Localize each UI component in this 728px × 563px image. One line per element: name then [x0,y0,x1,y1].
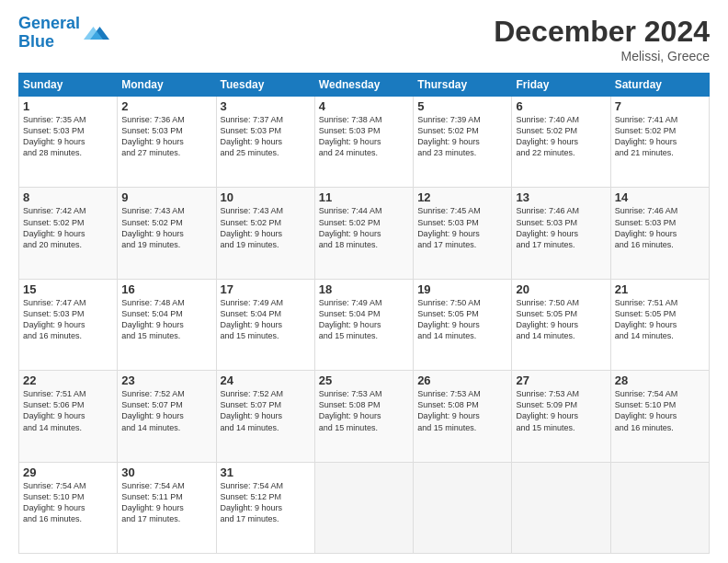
calendar-cell: 3Sunrise: 7:37 AMSunset: 5:03 PMDaylight… [216,97,314,188]
week-row-1: 1Sunrise: 7:35 AMSunset: 5:03 PMDaylight… [19,97,710,188]
cell-info: Sunrise: 7:45 AMSunset: 5:03 PMDaylight:… [417,205,507,250]
day-number: 4 [319,99,409,113]
day-number: 3 [221,99,311,113]
calendar-cell: 19Sunrise: 7:50 AMSunset: 5:05 PMDayligh… [414,279,512,370]
cell-info: Sunrise: 7:52 AMSunset: 5:07 PMDaylight:… [221,388,311,433]
calendar-cell: 24Sunrise: 7:52 AMSunset: 5:07 PMDayligh… [216,371,314,462]
title-block: December 2024 Melissi, Greece [494,15,710,63]
logo-icon [84,20,109,46]
day-number: 16 [121,282,211,296]
day-number: 18 [319,282,409,296]
cell-info: Sunrise: 7:50 AMSunset: 5:05 PMDaylight:… [417,297,507,342]
calendar-cell: 21Sunrise: 7:51 AMSunset: 5:05 PMDayligh… [610,279,709,370]
calendar-cell: 18Sunrise: 7:49 AMSunset: 5:04 PMDayligh… [314,279,413,370]
calendar-cell: 7Sunrise: 7:41 AMSunset: 5:02 PMDaylight… [610,97,709,188]
day-number: 14 [615,190,705,204]
cell-info: Sunrise: 7:40 AMSunset: 5:02 PMDaylight:… [516,114,606,159]
cell-info: Sunrise: 7:42 AMSunset: 5:02 PMDaylight:… [23,205,113,250]
day-number: 17 [221,282,311,296]
calendar-cell: 8Sunrise: 7:42 AMSunset: 5:02 PMDaylight… [19,188,118,279]
cell-info: Sunrise: 7:44 AMSunset: 5:02 PMDaylight:… [319,205,409,250]
week-row-4: 22Sunrise: 7:51 AMSunset: 5:06 PMDayligh… [19,371,710,462]
cell-info: Sunrise: 7:54 AMSunset: 5:12 PMDaylight:… [221,480,311,525]
day-number: 28 [615,373,705,387]
cell-info: Sunrise: 7:52 AMSunset: 5:07 PMDaylight:… [121,388,211,433]
calendar-cell: 11Sunrise: 7:44 AMSunset: 5:02 PMDayligh… [314,188,413,279]
calendar-cell: 4Sunrise: 7:38 AMSunset: 5:03 PMDaylight… [314,97,413,188]
cell-info: Sunrise: 7:46 AMSunset: 5:03 PMDaylight:… [615,205,705,250]
cell-info: Sunrise: 7:51 AMSunset: 5:06 PMDaylight:… [23,388,113,433]
cell-info: Sunrise: 7:50 AMSunset: 5:05 PMDaylight:… [516,297,606,342]
cell-info: Sunrise: 7:48 AMSunset: 5:04 PMDaylight:… [121,297,211,342]
calendar-cell [314,462,413,553]
day-number: 6 [516,99,606,113]
day-number: 10 [221,190,311,204]
calendar-cell: 15Sunrise: 7:47 AMSunset: 5:03 PMDayligh… [19,279,118,370]
col-header-sunday: Sunday [19,74,118,97]
calendar-cell: 27Sunrise: 7:53 AMSunset: 5:09 PMDayligh… [512,371,610,462]
calendar-header-row: SundayMondayTuesdayWednesdayThursdayFrid… [19,74,710,97]
cell-info: Sunrise: 7:43 AMSunset: 5:02 PMDaylight:… [121,205,211,250]
cell-info: Sunrise: 7:41 AMSunset: 5:02 PMDaylight:… [615,114,705,159]
cell-info: Sunrise: 7:54 AMSunset: 5:10 PMDaylight:… [615,388,705,433]
cell-info: Sunrise: 7:53 AMSunset: 5:08 PMDaylight:… [319,388,409,433]
col-header-saturday: Saturday [610,74,709,97]
cell-info: Sunrise: 7:46 AMSunset: 5:03 PMDaylight:… [516,205,606,250]
calendar: SundayMondayTuesdayWednesdayThursdayFrid… [18,73,710,554]
day-number: 9 [121,190,211,204]
calendar-cell: 23Sunrise: 7:52 AMSunset: 5:07 PMDayligh… [118,371,216,462]
calendar-cell: 16Sunrise: 7:48 AMSunset: 5:04 PMDayligh… [118,279,216,370]
cell-info: Sunrise: 7:35 AMSunset: 5:03 PMDaylight:… [23,114,113,159]
day-number: 31 [221,465,311,479]
day-number: 8 [23,190,113,204]
day-number: 2 [121,99,211,113]
day-number: 15 [23,282,113,296]
calendar-cell: 22Sunrise: 7:51 AMSunset: 5:06 PMDayligh… [19,371,118,462]
day-number: 13 [516,190,606,204]
calendar-cell [512,462,610,553]
cell-info: Sunrise: 7:49 AMSunset: 5:04 PMDaylight:… [221,297,311,342]
cell-info: Sunrise: 7:36 AMSunset: 5:03 PMDaylight:… [121,114,211,159]
day-number: 7 [615,99,705,113]
calendar-cell [414,462,512,553]
cell-info: Sunrise: 7:37 AMSunset: 5:03 PMDaylight:… [221,114,311,159]
day-number: 26 [417,373,507,387]
calendar-cell: 28Sunrise: 7:54 AMSunset: 5:10 PMDayligh… [610,371,709,462]
logo: GeneralBlue [18,15,109,52]
col-header-monday: Monday [118,74,216,97]
cell-info: Sunrise: 7:53 AMSunset: 5:09 PMDaylight:… [516,388,606,433]
calendar-cell: 6Sunrise: 7:40 AMSunset: 5:02 PMDaylight… [512,97,610,188]
cell-info: Sunrise: 7:54 AMSunset: 5:11 PMDaylight:… [121,480,211,525]
cell-info: Sunrise: 7:49 AMSunset: 5:04 PMDaylight:… [319,297,409,342]
day-number: 11 [319,190,409,204]
col-header-friday: Friday [512,74,610,97]
day-number: 22 [23,373,113,387]
week-row-2: 8Sunrise: 7:42 AMSunset: 5:02 PMDaylight… [19,188,710,279]
calendar-cell: 29Sunrise: 7:54 AMSunset: 5:10 PMDayligh… [19,462,118,553]
day-number: 12 [417,190,507,204]
calendar-cell [610,462,709,553]
day-number: 19 [417,282,507,296]
logo-text: GeneralBlue [18,15,80,52]
calendar-cell: 13Sunrise: 7:46 AMSunset: 5:03 PMDayligh… [512,188,610,279]
day-number: 27 [516,373,606,387]
day-number: 20 [516,282,606,296]
calendar-cell: 25Sunrise: 7:53 AMSunset: 5:08 PMDayligh… [314,371,413,462]
cell-info: Sunrise: 7:51 AMSunset: 5:05 PMDaylight:… [615,297,705,342]
header: GeneralBlue December 2024 Melissi, Greec… [18,15,710,63]
calendar-cell: 30Sunrise: 7:54 AMSunset: 5:11 PMDayligh… [118,462,216,553]
calendar-cell: 31Sunrise: 7:54 AMSunset: 5:12 PMDayligh… [216,462,314,553]
cell-info: Sunrise: 7:38 AMSunset: 5:03 PMDaylight:… [319,114,409,159]
calendar-cell: 1Sunrise: 7:35 AMSunset: 5:03 PMDaylight… [19,97,118,188]
calendar-cell: 2Sunrise: 7:36 AMSunset: 5:03 PMDaylight… [118,97,216,188]
calendar-cell: 5Sunrise: 7:39 AMSunset: 5:02 PMDaylight… [414,97,512,188]
calendar-cell: 20Sunrise: 7:50 AMSunset: 5:05 PMDayligh… [512,279,610,370]
location: Melissi, Greece [494,49,710,63]
col-header-wednesday: Wednesday [314,74,413,97]
day-number: 5 [417,99,507,113]
day-number: 30 [121,465,211,479]
week-row-5: 29Sunrise: 7:54 AMSunset: 5:10 PMDayligh… [19,462,710,553]
cell-info: Sunrise: 7:39 AMSunset: 5:02 PMDaylight:… [417,114,507,159]
calendar-cell: 9Sunrise: 7:43 AMSunset: 5:02 PMDaylight… [118,188,216,279]
day-number: 24 [221,373,311,387]
